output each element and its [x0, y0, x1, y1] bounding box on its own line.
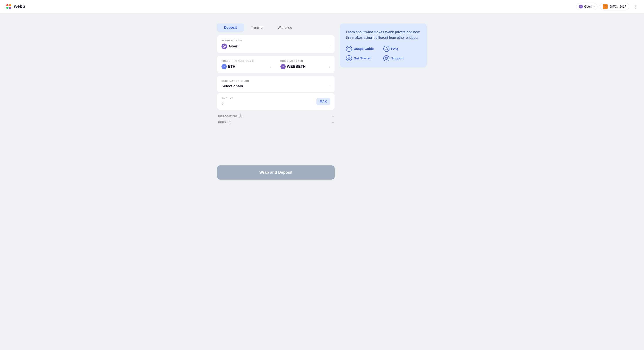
main-content: Deposit Transfer Withdraw SOURCE CHAIN G…: [0, 13, 644, 190]
depositing-row: DEPOSITING i --: [218, 113, 334, 119]
depositing-label: DEPOSITING i: [218, 115, 242, 118]
faq-icon: [383, 46, 390, 52]
svg-point-0: [6, 4, 8, 6]
token-chevron-icon: ›: [270, 65, 271, 69]
info-card-text: Learn about what makes Webb private and …: [346, 30, 421, 41]
max-button[interactable]: MAX: [316, 98, 330, 105]
header-right: G Goerli ▾ 58FC...541F ⋮: [576, 3, 639, 11]
fees-value: --: [332, 121, 334, 124]
bridging-token-col: BRIDGING TOKEN W WEBBETH ›: [276, 56, 335, 73]
support-link[interactable]: Support: [383, 55, 421, 61]
logo-text: webb: [14, 4, 25, 9]
amount-card: AMOUNT MAX: [217, 93, 334, 110]
get-started-icon: ?: [346, 55, 352, 61]
network-icon: G: [579, 5, 583, 9]
svg-point-11: [604, 6, 605, 6]
source-chain-label: SOURCE CHAIN: [222, 39, 330, 42]
tab-bar: Deposit Transfer Withdraw: [217, 24, 334, 32]
amount-left: AMOUNT: [222, 97, 316, 106]
depositing-info-icon[interactable]: i: [239, 115, 242, 118]
right-panel: Learn about what makes Webb private and …: [340, 24, 427, 180]
token-card: TOKEN BALANCE: 27.249 Ξ ETH › BRIDGING T…: [217, 56, 334, 73]
amount-input[interactable]: [222, 101, 316, 106]
left-panel: Deposit Transfer Withdraw SOURCE CHAIN G…: [217, 24, 334, 180]
faq-link[interactable]: FAQ: [383, 46, 421, 52]
svg-point-1: [9, 4, 11, 6]
bridging-token-chevron-icon: ›: [329, 65, 330, 69]
more-options-button[interactable]: ⋮: [632, 3, 639, 10]
svg-point-2: [6, 7, 8, 9]
svg-point-3: [9, 7, 11, 9]
token-name: Ξ ETH: [222, 64, 236, 69]
svg-point-21: [386, 58, 387, 59]
token-balance-label: TOKEN BALANCE: 27.249: [222, 60, 272, 62]
header: webb G Goerli ▾ 58FC...541F: [0, 0, 644, 13]
more-icon: ⋮: [633, 4, 638, 9]
wrap-and-deposit-button[interactable]: Wrap and Deposit: [217, 165, 334, 180]
source-chain-text: Goerli: [229, 44, 240, 49]
usage-guide-icon: [346, 46, 352, 52]
tab-deposit[interactable]: Deposit: [217, 24, 244, 32]
fees-row: FEES i --: [218, 119, 334, 125]
network-selector[interactable]: G Goerli ▾: [576, 3, 598, 10]
info-links: Usage Guide FAQ ?: [346, 46, 421, 61]
svg-rect-16: [349, 49, 349, 49]
bridging-token-label: BRIDGING TOKEN: [280, 60, 330, 62]
amount-label: AMOUNT: [222, 97, 316, 100]
get-started-link[interactable]: ? Get Started: [346, 55, 383, 61]
destination-chain-chevron-icon: ›: [329, 84, 330, 88]
depositing-value: --: [332, 115, 334, 118]
destination-chain-card[interactable]: DESTINATION CHAIN Select chain ›: [217, 76, 334, 92]
tab-transfer[interactable]: Transfer: [244, 24, 271, 32]
source-chain-name: Goerli: [222, 44, 240, 49]
eth-icon: Ξ: [222, 64, 227, 69]
fees-info-icon[interactable]: i: [228, 121, 231, 124]
svg-text:?: ?: [348, 58, 350, 60]
source-chain-row: Goerli ›: [222, 44, 330, 49]
logo[interactable]: webb: [5, 3, 25, 10]
destination-chain-row: Select chain ›: [222, 84, 330, 88]
metamask-fox-icon: [603, 4, 608, 9]
usage-guide-link[interactable]: Usage Guide: [346, 46, 383, 52]
webb-logo-icon: [5, 3, 12, 10]
source-chain-chevron-icon: ›: [329, 44, 330, 48]
svg-marker-17: [385, 48, 388, 50]
network-name: Goerli: [584, 5, 592, 8]
token-row[interactable]: Ξ ETH ›: [222, 64, 272, 69]
svg-point-12: [606, 6, 606, 6]
network-chevron-icon: ▾: [594, 5, 594, 8]
tab-withdraw[interactable]: Withdraw: [271, 24, 299, 32]
wallet-button[interactable]: 58FC...541F: [600, 3, 629, 11]
svg-point-15: [349, 48, 349, 48]
token-col: TOKEN BALANCE: 27.249 Ξ ETH ›: [217, 56, 276, 73]
bridging-token-name: W WEBBETH: [280, 64, 306, 69]
destination-chain-label: DESTINATION CHAIN: [222, 80, 330, 82]
wallet-address: 58FC...541F: [610, 5, 626, 8]
select-chain-text: Select chain: [222, 84, 243, 88]
info-rows: DEPOSITING i -- FEES i --: [217, 113, 334, 125]
goerli-icon: [222, 44, 227, 49]
source-chain-card: SOURCE CHAIN Goerli ›: [217, 35, 334, 53]
bridging-token-row[interactable]: W WEBBETH ›: [280, 64, 330, 69]
support-icon: [383, 55, 390, 61]
fees-label: FEES i: [218, 121, 231, 124]
webbeth-icon: W: [280, 64, 286, 69]
info-card: Learn about what makes Webb private and …: [340, 24, 427, 68]
